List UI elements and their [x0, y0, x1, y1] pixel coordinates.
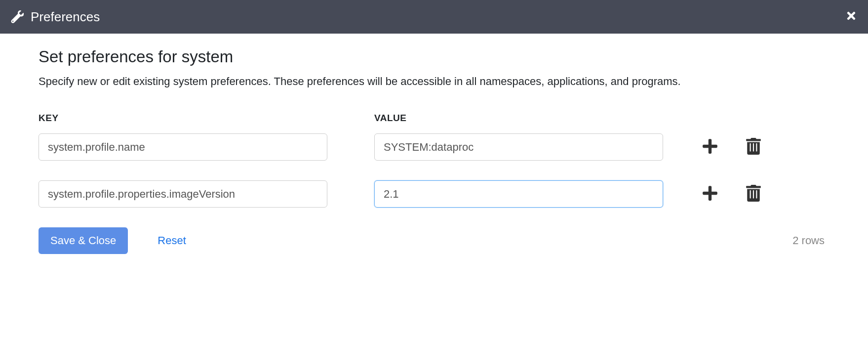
key-input[interactable] [39, 180, 327, 208]
add-row-button[interactable] [702, 138, 718, 157]
plus-icon [702, 185, 718, 204]
row-actions [702, 138, 761, 157]
close-button[interactable] [845, 10, 857, 24]
trash-icon [746, 185, 761, 204]
delete-row-button[interactable] [746, 138, 761, 157]
modal-header-left: Preferences [11, 9, 100, 25]
column-headers: KEY VALUE [39, 113, 829, 124]
value-input[interactable] [374, 180, 663, 208]
preference-row [39, 133, 829, 161]
plus-icon [702, 138, 718, 157]
column-header-value: VALUE [374, 113, 406, 124]
modal-header: Preferences [0, 0, 868, 34]
modal-body: Set preferences for system Specify new o… [0, 34, 868, 254]
section-description: Specify new or edit existing system pref… [39, 73, 759, 90]
delete-row-button[interactable] [746, 185, 761, 204]
rows-count: 2 rows [792, 234, 829, 247]
modal-title: Preferences [31, 9, 100, 25]
value-input[interactable] [374, 133, 663, 161]
close-icon [845, 10, 857, 22]
key-input[interactable] [39, 133, 327, 161]
wrench-icon [11, 10, 24, 23]
add-row-button[interactable] [702, 185, 718, 204]
trash-icon [746, 138, 761, 157]
column-header-key: KEY [39, 113, 374, 124]
reset-link[interactable]: Reset [158, 234, 186, 247]
preference-row [39, 180, 829, 208]
footer: Save & Close Reset 2 rows [39, 227, 829, 254]
row-actions [702, 185, 761, 204]
save-close-button[interactable]: Save & Close [39, 227, 128, 254]
section-title: Set preferences for system [39, 47, 829, 66]
